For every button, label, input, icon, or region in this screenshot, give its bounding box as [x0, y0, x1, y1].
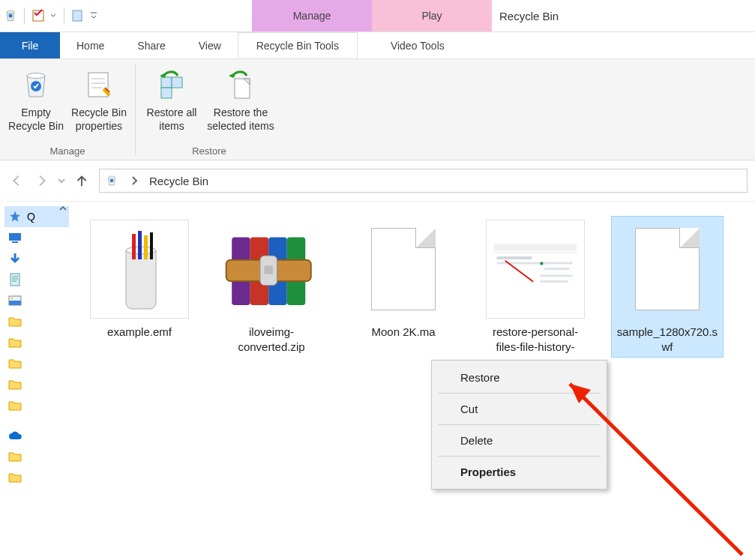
- svg-rect-2: [33, 10, 43, 21]
- svg-rect-17: [9, 233, 21, 241]
- contextual-tab-headers: Manage Play: [252, 0, 492, 31]
- sidebar-item-folder-5[interactable]: [4, 395, 69, 416]
- svg-rect-47: [544, 268, 570, 270]
- empty-recycle-bin-icon: [18, 67, 54, 103]
- svg-point-16: [110, 179, 114, 183]
- qat-generic-icon[interactable]: [70, 8, 85, 23]
- sidebar-item-label: Q: [27, 211, 35, 223]
- up-button[interactable]: [72, 171, 91, 190]
- sidebar-item-onedrive[interactable]: [4, 425, 69, 446]
- contextual-header-play: Play: [372, 0, 492, 31]
- svg-rect-18: [12, 241, 18, 243]
- context-menu-restore[interactable]: Restore: [433, 364, 605, 391]
- folder-icon: [7, 335, 22, 350]
- sidebar-item-folder-6[interactable]: [4, 446, 69, 467]
- ribbon: Empty Recycle Bin Recycle Bin properties…: [0, 58, 755, 160]
- recent-locations-button[interactable]: [55, 171, 67, 190]
- file-item-restore-personal[interactable]: restore-personal-files-file-history-: [480, 217, 591, 357]
- ribbon-group-restore: Restore all items Restore the selected i…: [136, 59, 283, 160]
- qat-properties-icon[interactable]: [31, 8, 46, 23]
- svg-rect-12: [161, 88, 172, 98]
- file-thumb: [486, 220, 585, 319]
- restore-selected-items-button[interactable]: Restore the selected items: [203, 64, 278, 142]
- svg-point-1: [9, 14, 13, 18]
- restore-selected-items-label: Restore the selected items: [203, 106, 278, 133]
- recycle-bin-properties-button[interactable]: Recycle Bin properties: [67, 64, 130, 142]
- tab-share[interactable]: Share: [121, 32, 181, 58]
- context-menu-separator: [438, 393, 601, 394]
- back-button[interactable]: [7, 171, 27, 190]
- file-item-moon-2k-ma[interactable]: Moon 2K.ma: [348, 217, 459, 357]
- ribbon-group-restore-label: Restore: [192, 142, 226, 158]
- svg-rect-6: [88, 73, 108, 97]
- qat-customize[interactable]: [88, 8, 99, 23]
- file-item-sample-swf[interactable]: sample_1280x720.swf: [612, 217, 723, 357]
- svg-rect-43: [496, 262, 546, 265]
- folder-icon: [7, 377, 22, 392]
- desktop-icon: [7, 230, 22, 245]
- breadcrumb-location[interactable]: Recycle Bin: [149, 175, 208, 187]
- nav-arrows: [7, 171, 91, 190]
- file-label: iloveimg-converted.zip: [219, 325, 324, 354]
- svg-rect-38: [265, 265, 273, 274]
- context-menu-properties[interactable]: Properties: [433, 458, 605, 486]
- empty-recycle-bin-button[interactable]: Empty Recycle Bin: [4, 64, 67, 142]
- tab-view[interactable]: View: [182, 32, 238, 58]
- cloud-icon: [7, 428, 22, 443]
- folder-icon: [7, 449, 22, 464]
- restore-all-items-label: Restore all items: [140, 106, 203, 133]
- titlebar: Manage Play Recycle Bin: [0, 0, 755, 31]
- sidebar-item-folder-3[interactable]: [4, 353, 69, 374]
- svg-rect-46: [544, 262, 572, 265]
- folder-icon: [7, 470, 22, 485]
- file-thumb: [354, 220, 453, 319]
- navigation-pane[interactable]: Q: [0, 202, 69, 560]
- context-menu-cut[interactable]: Cut: [433, 395, 605, 423]
- qat-dropdown-1[interactable]: [49, 8, 58, 23]
- svg-point-0: [7, 10, 14, 13]
- ribbon-group-manage: Empty Recycle Bin Recycle Bin properties…: [0, 59, 135, 160]
- context-menu-separator: [438, 424, 601, 425]
- sidebar-item-downloads[interactable]: [4, 248, 69, 269]
- svg-point-4: [27, 73, 45, 79]
- file-item-example-emf[interactable]: example.emf: [84, 217, 195, 357]
- downloads-icon: [7, 251, 22, 266]
- svg-point-15: [109, 176, 115, 178]
- context-menu: Restore Cut Delete Properties: [431, 360, 607, 490]
- tab-file[interactable]: File: [0, 32, 60, 58]
- svg-rect-28: [138, 231, 142, 259]
- address-bar[interactable]: Recycle Bin: [99, 169, 748, 193]
- context-menu-delete[interactable]: Delete: [433, 427, 605, 454]
- sidebar-item-folder-1[interactable]: [4, 311, 69, 332]
- svg-rect-24: [9, 301, 21, 305]
- breadcrumb-chevron-icon[interactable]: [127, 173, 142, 188]
- file-thumb: [618, 220, 717, 319]
- context-menu-separator: [438, 456, 601, 457]
- sidebar-item-desktop[interactable]: [4, 227, 69, 248]
- sidebar-item-documents[interactable]: [4, 269, 69, 290]
- sidebar-item-folder-2[interactable]: [4, 332, 69, 353]
- nav-scroll-up-icon[interactable]: [57, 202, 69, 215]
- tab-home[interactable]: Home: [60, 32, 121, 58]
- file-label: sample_1280x720.swf: [615, 325, 720, 354]
- forward-button[interactable]: [31, 171, 51, 190]
- properties-icon: [81, 67, 117, 103]
- file-item-iloveimg-zip[interactable]: iloveimg-converted.zip: [216, 217, 327, 357]
- tab-recycle-bin-tools[interactable]: Recycle Bin Tools: [238, 32, 358, 58]
- svg-rect-30: [150, 232, 153, 259]
- content-pane[interactable]: example.emf iloveimg-conve: [69, 202, 755, 560]
- pictures-icon: [7, 293, 22, 308]
- tab-video-tools[interactable]: Video Tools: [358, 32, 478, 58]
- contextual-header-manage: Manage: [252, 0, 372, 31]
- sidebar-item-folder-4[interactable]: [4, 374, 69, 395]
- star-icon: [7, 209, 22, 224]
- restore-all-items-button[interactable]: Restore all items: [140, 64, 203, 142]
- address-bar-location-icon: [104, 173, 119, 188]
- sidebar-item-pictures[interactable]: [4, 290, 69, 311]
- ribbon-group-manage-label: Manage: [50, 142, 85, 158]
- sidebar-item-folder-7[interactable]: [4, 467, 69, 488]
- svg-rect-45: [541, 262, 544, 265]
- window-title: Recycle Bin: [499, 0, 574, 31]
- svg-rect-27: [132, 234, 136, 259]
- main-area: Q: [0, 201, 755, 560]
